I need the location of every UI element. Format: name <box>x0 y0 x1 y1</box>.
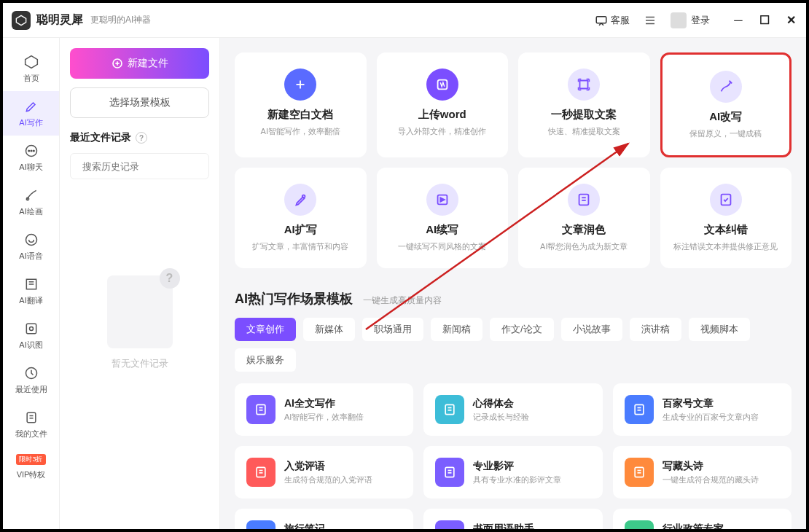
sidebar-item-label: 最近使用 <box>15 384 47 395</box>
sidebar-item-label: VIP特权 <box>17 469 46 480</box>
tab-3[interactable]: 新闻稿 <box>431 318 482 341</box>
vision-icon <box>23 321 39 337</box>
app-logo-icon <box>12 11 31 30</box>
minimize-button[interactable]: ─ <box>732 14 745 27</box>
action-card-word[interactable]: 上传word 导入外部文件，精准创作 <box>377 52 509 157</box>
template-desc: 生成专业的百家号文章内容 <box>663 412 759 423</box>
chat-icon <box>23 143 39 159</box>
action-desc: 标注错误文本并提供修正意见 <box>673 241 778 252</box>
login-button[interactable]: 登录 <box>665 9 716 31</box>
search-box[interactable] <box>70 153 209 179</box>
titlebar: 聪明灵犀 更聪明的AI神器 客服 登录 ─ ☐ ✕ <box>3 3 806 38</box>
template-card-6[interactable]: 旅行笔记 高效记录旅行中的点滴 <box>235 509 413 529</box>
sidebar-item-translate[interactable]: AI翻译 <box>3 269 59 313</box>
template-card-4[interactable]: 专业影评 具有专业水准的影评文章 <box>423 446 602 498</box>
template-icon <box>435 520 464 529</box>
sidebar-item-recent[interactable]: 最近使用 <box>3 358 59 402</box>
search-input[interactable] <box>82 161 205 172</box>
polish-icon <box>568 184 600 216</box>
sidebar-item-write[interactable]: AI写作 <box>3 91 59 136</box>
support-button[interactable]: 客服 <box>589 11 636 30</box>
sidebar-item-label: AI绘画 <box>19 206 42 217</box>
action-title: AI扩写 <box>284 223 317 237</box>
sidebar-item-files[interactable]: 我的文件 <box>3 402 59 447</box>
action-card-extract[interactable]: 一秒提取文案 快速、精准提取文案 <box>518 52 650 157</box>
section-header: AI热门写作场景模板 一键生成高质量内容 <box>235 290 792 308</box>
tab-7[interactable]: 视频脚本 <box>689 318 750 341</box>
template-card-0[interactable]: AI全文写作 AI智能写作，效率翻倍 <box>235 383 413 436</box>
template-card-2[interactable]: 百家号文章 生成专业的百家号文章内容 <box>613 383 792 436</box>
sidebar-item-label: 首页 <box>23 73 39 84</box>
action-title: 上传word <box>418 108 466 122</box>
sidebar-item-home[interactable]: 首页 <box>3 47 59 91</box>
action-card-polish[interactable]: 文章润色 AI帮您润色为成为新文章 <box>518 168 650 268</box>
maximize-button[interactable]: ☐ <box>758 14 771 27</box>
svg-point-8 <box>31 150 32 152</box>
sidebar-item-voice[interactable]: AI语音 <box>3 224 59 269</box>
tab-2[interactable]: 职场通用 <box>362 318 423 341</box>
choose-template-button[interactable]: 选择场景模板 <box>70 87 209 118</box>
template-card-1[interactable]: 心得体会 记录成长与经验 <box>423 383 602 436</box>
action-card-correct[interactable]: 文本纠错 标注错误文本并提供修正意见 <box>660 168 792 268</box>
action-card-continue[interactable]: AI续写 一键续写不同风格的文案 <box>377 168 509 268</box>
sidebar-item-label: AI语音 <box>19 251 42 262</box>
avatar-icon <box>671 12 687 28</box>
menu-button[interactable] <box>641 12 659 29</box>
template-title: 入党评语 <box>284 460 372 473</box>
word-icon <box>426 69 458 101</box>
continue-icon <box>426 184 458 216</box>
tab-4[interactable]: 作文/论文 <box>490 318 554 341</box>
recent-icon <box>23 365 39 381</box>
sidebar-item-label: AI写作 <box>19 117 42 128</box>
files-icon <box>23 410 39 426</box>
action-desc: AI帮您润色为成为新文章 <box>540 241 628 252</box>
sidebar-item-label: AI翻译 <box>19 295 42 306</box>
plus-circle-icon <box>112 58 123 69</box>
chat-icon <box>595 14 608 27</box>
sidebar-item-vip[interactable]: 限时3折VIP特权 <box>3 447 59 488</box>
expand-icon <box>284 184 316 216</box>
write-icon <box>23 98 39 114</box>
svg-rect-12 <box>26 324 36 333</box>
action-card-plus[interactable]: 新建空白文档 AI智能写作，效率翻倍 <box>235 52 367 157</box>
action-desc: 扩写文章，丰富情节和内容 <box>252 241 348 252</box>
tab-5[interactable]: 小说故事 <box>561 318 622 341</box>
sidebar-item-vision[interactable]: AI识图 <box>3 313 59 358</box>
section-subtitle: 一键生成高质量内容 <box>363 294 442 307</box>
home-icon <box>23 54 39 70</box>
new-file-button[interactable]: 新建文件 <box>70 48 209 79</box>
svg-marker-0 <box>16 15 26 25</box>
template-card-5[interactable]: 写藏头诗 一键生成符合规范的藏头诗 <box>613 446 792 498</box>
help-icon[interactable]: ? <box>136 132 147 144</box>
sidebar-item-label: AI聊天 <box>19 162 42 173</box>
app-slogan: 更聪明的AI神器 <box>90 14 151 26</box>
template-icon <box>246 395 275 424</box>
translate-icon <box>23 276 39 292</box>
tab-6[interactable]: 演讲稿 <box>630 318 681 341</box>
template-icon <box>435 395 464 424</box>
template-card-3[interactable]: 入党评语 生成符合规范的入党评语 <box>235 446 413 498</box>
action-title: 文章润色 <box>562 223 606 237</box>
close-button[interactable]: ✕ <box>784 14 797 27</box>
action-title: 文本纠错 <box>704 223 748 237</box>
voice-icon <box>23 232 39 248</box>
vip-badge: 限时3折 <box>16 454 45 465</box>
tab-8[interactable]: 娱乐服务 <box>235 348 296 372</box>
template-icon <box>246 458 275 487</box>
menu-icon <box>644 14 657 27</box>
action-card-expand[interactable]: AI扩写 扩写文章，丰富情节和内容 <box>235 168 367 268</box>
sidebar-item-chat[interactable]: AI聊天 <box>3 136 59 180</box>
tab-0[interactable]: 文章创作 <box>235 318 296 341</box>
action-desc: 导入外部文件，精准创作 <box>398 126 486 137</box>
template-card-8[interactable]: 行业政策专家 根据行业名称提供政策框架 <box>613 509 792 529</box>
template-icon <box>246 520 275 529</box>
template-card-7[interactable]: 书面用语助手 高效智能写作好帮手 <box>423 509 602 529</box>
sidebar-item-label: 我的文件 <box>15 429 47 439</box>
sidebar-item-draw[interactable]: AI绘画 <box>3 180 59 224</box>
template-tabs: 文章创作新媒体职场通用新闻稿作文/论文小说故事演讲稿视频脚本娱乐服务 <box>235 318 792 372</box>
recent-files-header: 最近文件记录 ? <box>70 131 209 144</box>
template-title: AI全文写作 <box>284 397 364 410</box>
draw-icon <box>23 187 39 203</box>
tab-1[interactable]: 新媒体 <box>303 318 355 341</box>
action-card-rewrite[interactable]: AI改写 保留原义，一键成稿 <box>660 52 792 157</box>
